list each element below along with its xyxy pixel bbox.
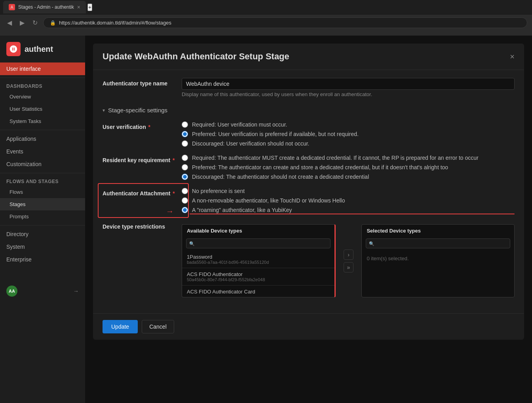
modal-dialog: Update WebAuthn Authenticator Setup Stag… — [93, 44, 524, 340]
sidebar-item-overview[interactable]: Overview — [0, 91, 85, 103]
user-verification-required[interactable]: Required: User verification must occur. — [182, 121, 515, 128]
resident-key-preferred[interactable]: Preferred: The authenticator can create … — [182, 164, 515, 170]
transfer-double-right-button[interactable]: » — [344, 262, 354, 272]
highlight-box — [98, 183, 189, 218]
sidebar-item-label: Events — [6, 148, 23, 155]
resident-key-preferred-radio[interactable] — [182, 164, 188, 170]
attachment-roaming[interactable]: A "roaming" authenticator, like a YubiKe… — [182, 207, 515, 213]
attachment-no-preference-radio[interactable] — [182, 188, 188, 194]
device-item-name: 1Password — [187, 254, 330, 260]
attachment-roaming-label: A "roaming" authenticator, like a YubiKe… — [192, 207, 292, 213]
modal-footer: Update Cancel — [93, 313, 524, 340]
user-verification-preferred[interactable]: Preferred: User verification is preferre… — [182, 131, 515, 137]
section-label: Stage-specific settings — [108, 107, 167, 114]
sidebar-item-enterprise[interactable]: Enterprise — [0, 253, 85, 266]
resident-key-discouraged-radio[interactable] — [182, 174, 188, 180]
sidebar-item-system-tasks[interactable]: System Tasks — [0, 115, 85, 127]
lock-icon: 🔒 — [50, 20, 56, 26]
device-item-name: ACS FIDO Authenticator Card — [187, 289, 330, 295]
logout-icon[interactable]: → — [73, 288, 79, 294]
authenticator-attachment-radio-group: No preference is sent A non-removable au… — [182, 188, 515, 213]
attachment-roaming-radio[interactable] — [182, 207, 188, 213]
attachment-no-preference[interactable]: No preference is sent — [182, 188, 515, 194]
modal-close-button[interactable]: × — [510, 52, 515, 61]
attachment-non-removable[interactable]: A non-removable authenticator, like Touc… — [182, 197, 515, 204]
device-item-acs-fido[interactable]: ACS FIDO Authenticator 50a45b0c-80e7-f94… — [182, 269, 334, 284]
selected-empty-text: 0 item(s) selected. — [362, 252, 514, 265]
selected-search-container — [366, 238, 510, 248]
available-device-types-header: Available Device types — [182, 225, 334, 237]
back-button[interactable]: ◀ — [5, 17, 14, 28]
active-tab[interactable]: A Stages - Admin - authentik × — [3, 1, 86, 13]
sidebar-item-flows[interactable]: Flows — [0, 186, 85, 198]
device-item-1password[interactable]: 1Password bada5560-a7aa-401f-bd96-45619a… — [182, 252, 334, 267]
resident-key-field: Required: The authenticator MUST create … — [182, 155, 515, 180]
address-bar[interactable]: 🔒 https://authentik.domain.tld/if/admin/… — [43, 17, 527, 28]
resident-key-discouraged[interactable]: Discouraged: The authenticator should no… — [182, 174, 515, 180]
forward-button[interactable]: ▶ — [17, 17, 27, 28]
user-verification-preferred-label: Preferred: User verification is preferre… — [192, 131, 359, 137]
device-type-restrictions-label: Device type restrictions — [103, 221, 182, 297]
sidebar-item-directory[interactable]: Directory — [0, 228, 85, 240]
chevron-down-icon: ▾ — [103, 108, 105, 113]
user-verification-preferred-radio[interactable] — [182, 131, 188, 137]
sidebar-divider-2 — [0, 130, 85, 130]
available-search-container — [186, 238, 331, 248]
avatar: AA — [6, 286, 17, 297]
modal-header: Update WebAuthn Authenticator Setup Stag… — [93, 44, 524, 70]
sidebar-item-prompts[interactable]: Prompts — [0, 210, 85, 223]
sidebar-section-dashboards: Dashboards — [0, 80, 85, 91]
sidebar-item-label: Prompts — [10, 214, 28, 219]
sidebar-item-applications[interactable]: Applications — [0, 132, 85, 145]
authenticator-type-name-field: Display name of this authenticator, used… — [182, 78, 515, 97]
authenticator-type-name-input[interactable] — [182, 78, 515, 90]
update-button[interactable]: Update — [103, 320, 138, 333]
resident-key-required-radio[interactable] — [182, 155, 188, 161]
sidebar-item-events[interactable]: Events — [0, 145, 85, 158]
sidebar-brand: authent — [0, 36, 85, 62]
sidebar-item-customization[interactable]: Customization — [0, 158, 85, 170]
new-tab-button[interactable]: + — [87, 4, 92, 11]
user-verification-required-label: Required: User verification must occur. — [192, 121, 287, 128]
device-item-acs-fido-card[interactable]: ACS FIDO Authenticator Card — [182, 286, 334, 297]
user-verification-discouraged-radio[interactable] — [182, 140, 188, 147]
user-verification-required-radio[interactable] — [182, 121, 188, 128]
stage-specific-settings-toggle[interactable]: ▾ Stage-specific settings — [103, 105, 515, 115]
sidebar-item-label: Directory — [6, 231, 28, 237]
brand-name: authent — [25, 45, 53, 54]
sidebar-item-label: Enterprise — [6, 256, 32, 263]
sidebar-item-label: System Tasks — [10, 118, 41, 124]
resident-key-required[interactable]: Required: The authenticator MUST create … — [182, 155, 515, 161]
sidebar-item-label: Applications — [6, 136, 36, 142]
close-tab-button[interactable]: × — [77, 4, 80, 10]
authenticator-attachment-group: Authenticator Attachment * No preference… — [103, 188, 515, 213]
sidebar-item-user-interface[interactable]: User interface — [0, 62, 85, 75]
underline-annotation — [190, 214, 515, 214]
user-verification-discouraged[interactable]: Discouraged: User verification should no… — [182, 140, 515, 147]
available-search-input[interactable] — [186, 238, 331, 248]
sidebar-item-label: Overview — [10, 94, 31, 100]
sidebar-item-label: System — [6, 244, 25, 250]
sidebar-item-user-statistics[interactable]: User Statistics — [0, 103, 85, 115]
selected-device-types-header: Selected Device types — [362, 225, 514, 237]
sidebar: authent User interface Dashboards Overvi… — [0, 36, 85, 403]
sidebar-item-stages[interactable]: Stages — [0, 198, 85, 210]
sidebar-item-system[interactable]: System — [0, 240, 85, 253]
authenticator-attachment-field: No preference is sent A non-removable au… — [182, 188, 515, 213]
cancel-button[interactable]: Cancel — [142, 320, 174, 333]
device-item-id: 50a45b0c-80e7-f944-bf29-f552bfa2e048 — [187, 277, 330, 282]
available-device-list: 1Password bada5560-a7aa-401f-bd96-45619a… — [182, 252, 334, 297]
tab-favicon: A — [9, 4, 15, 10]
selected-search-wrapper — [362, 237, 514, 252]
transfer-right-button[interactable]: › — [344, 250, 354, 260]
attachment-non-removable-label: A non-removable authenticator, like Touc… — [192, 197, 345, 204]
resident-key-group: Resident key requirement * Required: The… — [103, 155, 515, 180]
authenticator-type-name-label: Authenticator type name — [103, 78, 182, 97]
authenticator-type-name-group: Authenticator type name Display name of … — [103, 78, 515, 97]
user-verification-label: User verification * — [103, 121, 182, 147]
browser-chrome: A Stages - Admin - authentik × + ◀ ▶ ↻ 🔒… — [0, 0, 532, 36]
attachment-non-removable-radio[interactable] — [182, 197, 188, 204]
selected-search-input[interactable] — [366, 238, 510, 248]
refresh-button[interactable]: ↻ — [30, 17, 40, 28]
device-item-divider — [182, 268, 334, 268]
